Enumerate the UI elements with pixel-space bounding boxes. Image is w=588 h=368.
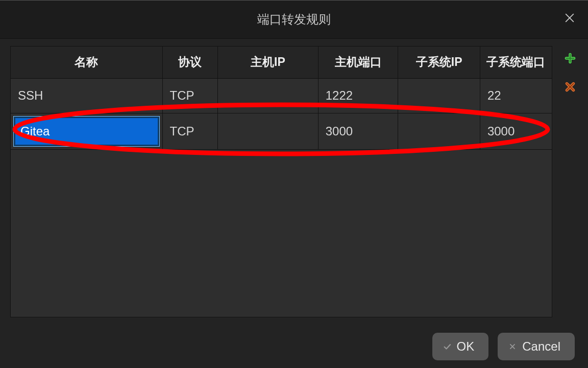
cell-name-editing[interactable] <box>11 113 162 149</box>
cancel-button[interactable]: Cancel <box>498 333 575 360</box>
col-header-host-ip[interactable]: 主机IP <box>218 47 318 78</box>
name-input-wrap[interactable] <box>14 117 159 146</box>
cell-protocol[interactable]: TCP <box>162 78 217 113</box>
col-header-host-port[interactable]: 主机端口 <box>318 47 398 78</box>
close-icon <box>564 12 575 27</box>
ok-button-label: OK <box>457 339 475 354</box>
dialog-title: 端口转发规则 <box>257 11 331 28</box>
table-sidebar <box>552 46 588 317</box>
port-forwarding-dialog: 端口转发规则 名称 协议 主机IP 主机端口 子系统IP <box>0 0 588 368</box>
col-header-subsystem-ip[interactable]: 子系统IP <box>398 47 480 78</box>
cell-host-ip[interactable] <box>218 78 318 113</box>
cancel-button-label: Cancel <box>522 339 560 354</box>
remove-rule-icon <box>564 80 577 97</box>
titlebar: 端口转发规则 <box>0 1 588 39</box>
cell-protocol[interactable]: TCP <box>162 113 217 149</box>
name-input[interactable] <box>20 124 153 139</box>
col-header-protocol[interactable]: 协议 <box>162 47 217 78</box>
rules-table: 名称 协议 主机IP 主机端口 子系统IP 子系统端口 SSH TCP 1222 <box>11 47 552 150</box>
cell-subsystem-ip[interactable] <box>398 78 480 113</box>
cell-subsystem-port[interactable]: 3000 <box>480 113 552 149</box>
dialog-footer: OK Cancel <box>0 325 588 368</box>
close-button[interactable] <box>561 11 578 28</box>
cell-host-ip[interactable] <box>218 113 318 149</box>
add-rule-icon <box>564 52 577 68</box>
table-row[interactable]: SSH TCP 1222 22 <box>11 78 552 113</box>
add-rule-button[interactable] <box>562 52 578 67</box>
ok-button[interactable]: OK <box>432 333 489 360</box>
cell-name[interactable]: SSH <box>11 78 162 113</box>
table-row[interactable]: TCP 3000 3000 <box>11 113 552 149</box>
dialog-content: 名称 协议 主机IP 主机端口 子系统IP 子系统端口 SSH TCP 1222 <box>0 39 588 325</box>
cell-host-port[interactable]: 1222 <box>318 78 398 113</box>
cell-subsystem-ip[interactable] <box>398 113 480 149</box>
check-icon <box>443 342 452 351</box>
x-icon <box>508 343 517 350</box>
col-header-name[interactable]: 名称 <box>11 47 162 78</box>
table-header-row: 名称 协议 主机IP 主机端口 子系统IP 子系统端口 <box>11 47 552 78</box>
cell-host-port[interactable]: 3000 <box>318 113 398 149</box>
rules-table-wrap: 名称 协议 主机IP 主机端口 子系统IP 子系统端口 SSH TCP 1222 <box>10 46 552 317</box>
col-header-subsystem-port[interactable]: 子系统端口 <box>480 47 552 78</box>
remove-rule-button[interactable] <box>562 81 578 96</box>
cell-subsystem-port[interactable]: 22 <box>480 78 552 113</box>
